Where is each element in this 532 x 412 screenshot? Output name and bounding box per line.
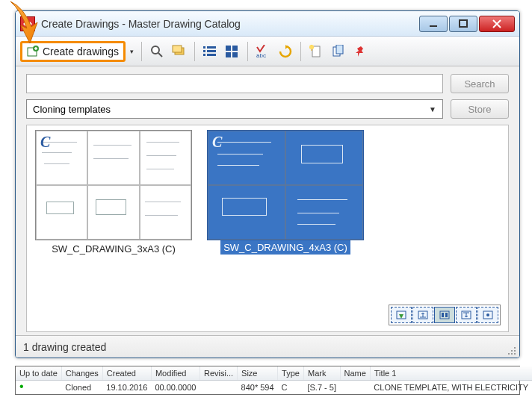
maximize-button[interactable] bbox=[449, 16, 477, 32]
cell-created: 19.10.2016 bbox=[102, 381, 151, 395]
titlebar[interactable]: Create Drawings - Master Drawing Catalog bbox=[16, 11, 519, 37]
search-tool-icon[interactable] bbox=[147, 42, 167, 61]
svg-rect-10 bbox=[203, 54, 205, 56]
clone-badge: C bbox=[40, 134, 50, 151]
svg-rect-8 bbox=[203, 46, 205, 49]
separator bbox=[141, 42, 142, 61]
body-area: Search Cloning templates ▼ Store bbox=[16, 66, 519, 335]
col-uptodate[interactable]: Up to date bbox=[16, 366, 61, 381]
results-table: Up to date Changes Created Modified Revi… bbox=[15, 366, 520, 395]
view-mode-2[interactable] bbox=[412, 307, 433, 323]
status-bar: 1 drawing created bbox=[16, 335, 519, 358]
create-drawings-dropdown[interactable]: ▾ bbox=[129, 41, 136, 62]
status-text: 1 drawing created bbox=[23, 341, 106, 353]
resize-grip[interactable] bbox=[506, 345, 516, 355]
separator bbox=[247, 42, 248, 61]
svg-rect-27 bbox=[445, 313, 448, 317]
svg-rect-17 bbox=[232, 52, 238, 57]
app-icon bbox=[20, 16, 35, 31]
clone-badge: C bbox=[212, 134, 222, 151]
col-mark[interactable]: Mark bbox=[303, 366, 340, 381]
grid-view-icon[interactable] bbox=[223, 42, 242, 61]
minimize-button[interactable] bbox=[419, 16, 448, 32]
cell-changes: Cloned bbox=[61, 381, 102, 395]
view-mode-3[interactable] bbox=[434, 307, 455, 323]
create-drawings-button[interactable]: Create drawings bbox=[20, 41, 126, 62]
search-button[interactable]: Search bbox=[451, 74, 509, 93]
svg-point-5 bbox=[152, 46, 159, 54]
cell-size: 840* 594 bbox=[238, 381, 278, 395]
copy-document-icon[interactable] bbox=[329, 42, 348, 61]
col-revision[interactable]: Revisi... bbox=[200, 366, 237, 381]
table-row[interactable]: • Cloned 19.10.2016 00.00.0000 840* 594 … bbox=[16, 381, 532, 395]
svg-point-20 bbox=[309, 45, 314, 49]
col-size[interactable]: Size bbox=[238, 366, 278, 381]
template-item-selected[interactable]: C SW_C_DRAWING_4xA3 (C) bbox=[203, 130, 368, 255]
svg-rect-16 bbox=[226, 52, 231, 57]
cell-type: C bbox=[278, 381, 304, 395]
refresh-icon[interactable] bbox=[276, 42, 295, 61]
svg-rect-26 bbox=[442, 313, 444, 317]
view-mode-1[interactable] bbox=[391, 307, 412, 323]
svg-rect-14 bbox=[226, 46, 231, 51]
store-button[interactable]: Store bbox=[451, 99, 509, 119]
svg-text:abc: abc bbox=[256, 52, 266, 58]
pin-icon[interactable] bbox=[351, 42, 371, 61]
toolbar: Create drawings ▾ abc bbox=[16, 37, 519, 66]
col-title1[interactable]: Title 1 bbox=[370, 366, 532, 381]
svg-rect-22 bbox=[336, 45, 343, 54]
uptodate-indicator: • bbox=[19, 380, 24, 393]
svg-rect-11 bbox=[207, 46, 216, 49]
col-modified[interactable]: Modified bbox=[151, 366, 200, 381]
abc-check-icon[interactable]: abc bbox=[253, 42, 273, 61]
separator bbox=[300, 42, 301, 61]
category-combo[interactable]: Cloning templates ▼ bbox=[26, 99, 443, 119]
separator bbox=[194, 42, 195, 61]
table-header-row: Up to date Changes Created Modified Revi… bbox=[16, 366, 532, 381]
window-title: Create Drawings - Master Drawing Catalog bbox=[41, 18, 419, 30]
col-created[interactable]: Created bbox=[102, 366, 151, 381]
col-type[interactable]: Type bbox=[278, 366, 304, 381]
svg-rect-2 bbox=[460, 20, 467, 27]
template-label: SW_C_DRAWING_4xA3 (C) bbox=[220, 240, 350, 255]
template-item[interactable]: C SW_C_DRAWING_3xA3 (C) bbox=[31, 130, 196, 255]
col-name[interactable]: Name bbox=[340, 366, 370, 381]
cell-title1: CLONE TEMPLATE, WITH ELECTRICITY bbox=[370, 381, 532, 395]
create-drawings-label: Create drawings bbox=[43, 46, 119, 57]
cell-name bbox=[340, 381, 370, 395]
svg-rect-25 bbox=[440, 311, 449, 319]
template-label: SW_C_DRAWING_3xA3 (C) bbox=[52, 240, 176, 255]
view-mode-4[interactable] bbox=[456, 307, 477, 323]
list-view-icon[interactable] bbox=[200, 42, 220, 61]
create-drawings-icon bbox=[27, 46, 39, 57]
view-mode-5[interactable] bbox=[477, 307, 498, 323]
cell-mark: [S.7 - 5] bbox=[303, 381, 340, 395]
close-button[interactable] bbox=[479, 16, 515, 32]
cell-revision bbox=[200, 381, 237, 395]
svg-rect-13 bbox=[207, 54, 216, 56]
col-changes[interactable]: Changes bbox=[61, 366, 102, 381]
chevron-down-icon: ▼ bbox=[429, 105, 436, 113]
cell-modified: 00.00.0000 bbox=[151, 381, 200, 395]
svg-rect-12 bbox=[207, 50, 216, 52]
dialog-window: Create Drawings - Master Drawing Catalog… bbox=[15, 10, 520, 358]
svg-rect-15 bbox=[232, 46, 238, 51]
new-document-icon[interactable] bbox=[306, 42, 326, 61]
template-gallery: C SW_C_DRAWING_3xA3 (C) C SW_C_DRAWING_4… bbox=[26, 125, 509, 332]
svg-rect-7 bbox=[173, 46, 182, 52]
view-mode-toolbar bbox=[389, 305, 501, 325]
category-combo-label: Cloning templates bbox=[33, 104, 111, 115]
svg-rect-1 bbox=[430, 25, 437, 27]
folders-icon[interactable] bbox=[170, 42, 189, 61]
svg-point-30 bbox=[486, 313, 489, 316]
search-input[interactable] bbox=[26, 74, 443, 93]
svg-rect-9 bbox=[203, 50, 205, 52]
